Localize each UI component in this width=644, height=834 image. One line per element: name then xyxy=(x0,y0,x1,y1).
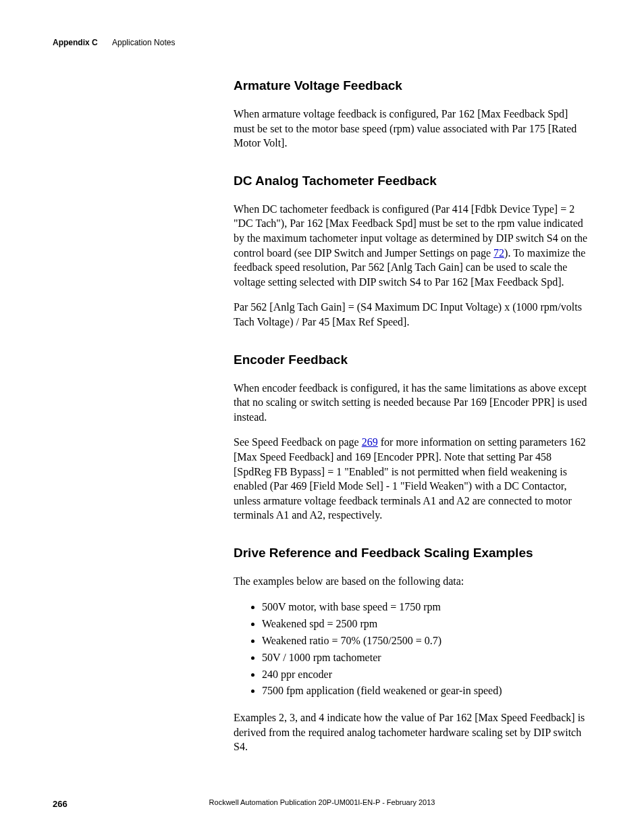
page-number: 266 xyxy=(53,799,68,809)
paragraph: When armature voltage feedback is config… xyxy=(234,107,591,151)
list-item: 50V / 1000 rpm tachometer xyxy=(262,650,591,667)
publication-info: Rockwell Automation Publication 20P-UM00… xyxy=(209,798,435,806)
paragraph: When encoder feedback is configured, it … xyxy=(234,381,591,425)
appendix-label: Appendix C xyxy=(53,38,98,47)
page-footer: 266 Rockwell Automation Publication 20P-… xyxy=(53,798,591,810)
paragraph: Par 562 [Anlg Tach Gain] = (S4 Maximum D… xyxy=(234,300,591,329)
main-content: Armature Voltage Feedback When armature … xyxy=(234,78,591,754)
list-item: Weakened spd = 2500 rpm xyxy=(262,616,591,633)
section-drive-reference-examples: Drive Reference and Feedback Scaling Exa… xyxy=(234,546,591,754)
list-item: Weakened ratio = 70% (1750/2500 = 0.7) xyxy=(262,633,591,650)
page-link-72[interactable]: 72 xyxy=(493,247,504,259)
paragraph: When DC tachometer feedback is configure… xyxy=(234,202,591,290)
paragraph: See Speed Feedback on page 269 for more … xyxy=(234,435,591,523)
page-link-269[interactable]: 269 xyxy=(362,436,378,448)
running-header: Appendix C Application Notes xyxy=(53,38,591,47)
section-armature-voltage-feedback: Armature Voltage Feedback When armature … xyxy=(234,78,591,151)
heading-encoder: Encoder Feedback xyxy=(234,353,591,367)
text-run: for more information on setting paramete… xyxy=(234,436,586,521)
example-data-list: 500V motor, with base speed = 1750 rpm W… xyxy=(234,599,591,700)
heading-examples: Drive Reference and Feedback Scaling Exa… xyxy=(234,546,591,561)
list-item: 7500 fpm application (field weakened or … xyxy=(262,683,591,700)
text-run: See Speed Feedback on page xyxy=(234,436,362,448)
heading-dctach: DC Analog Tachometer Feedback xyxy=(234,174,591,188)
section-dc-analog-tachometer-feedback: DC Analog Tachometer Feedback When DC ta… xyxy=(234,174,591,330)
paragraph: The examples below are based on the foll… xyxy=(234,574,591,589)
paragraph: Examples 2, 3, and 4 indicate how the va… xyxy=(234,710,591,754)
appendix-title: Application Notes xyxy=(112,38,175,47)
page: Appendix C Application Notes Armature Vo… xyxy=(0,0,644,834)
section-encoder-feedback: Encoder Feedback When encoder feedback i… xyxy=(234,353,591,523)
list-item: 240 ppr encoder xyxy=(262,667,591,683)
heading-armature: Armature Voltage Feedback xyxy=(234,78,591,93)
list-item: 500V motor, with base speed = 1750 rpm xyxy=(262,599,591,616)
